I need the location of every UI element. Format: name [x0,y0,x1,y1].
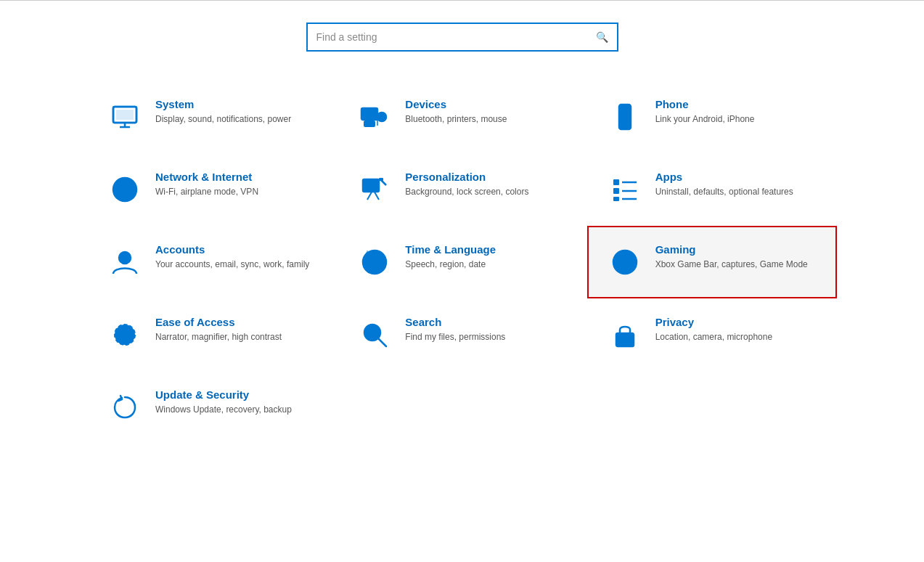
setting-item-system[interactable]: System Display, sound, notifications, po… [87,81,337,153]
personalization-icon [356,171,393,208]
svg-rect-23 [613,188,619,194]
setting-item-personalization[interactable]: Personalization Background, lock screen,… [337,153,586,226]
svg-point-21 [368,185,372,190]
svg-point-8 [380,115,383,118]
svg-rect-5 [361,108,377,120]
setting-desc-gaming: Xbox Game Bar, captures, Game Mode [655,258,818,271]
setting-item-update[interactable]: Update & Security Windows Update, recove… [87,371,337,444]
svg-point-12 [624,125,626,127]
update-icon [106,388,144,426]
search-container: 🔍 [0,1,924,81]
network-icon [106,171,144,208]
search-input[interactable] [308,24,587,50]
setting-title-network: Network & Internet [155,171,318,183]
setting-item-gaming[interactable]: Gaming Xbox Game Bar, captures, Game Mod… [587,226,837,298]
setting-item-time[interactable]: A Time & Language Speech, region, date [337,226,586,298]
setting-item-ease[interactable]: Ease of Access Narrator, magnifier, high… [87,298,337,371]
search-icon [356,316,393,354]
setting-title-ease: Ease of Access [155,316,318,328]
svg-line-42 [378,338,386,346]
setting-desc-system: Display, sound, notifications, power [155,113,318,126]
setting-title-devices: Devices [405,98,568,110]
system-icon [106,98,144,136]
phone-icon [606,98,644,136]
gaming-icon [606,243,644,281]
setting-title-apps: Apps [655,171,818,183]
setting-title-accounts: Accounts [155,243,318,256]
setting-desc-accounts: Your accounts, email, sync, work, family [155,258,318,271]
setting-desc-time: Speech, region, date [405,258,568,271]
search-icon: 🔍 [587,25,617,49]
setting-title-system: System [155,98,318,110]
setting-desc-devices: Bluetooth, printers, mouse [405,113,568,126]
svg-text:A: A [366,250,369,254]
time-icon: A [356,243,393,281]
setting-title-update: Update & Security [155,388,318,401]
setting-item-devices[interactable]: Devices Bluetooth, printers, mouse [337,81,586,153]
setting-title-search: Search [405,316,568,328]
setting-item-search[interactable]: Search Find my files, permissions [337,298,586,371]
setting-item-privacy[interactable]: Privacy Location, camera, microphone [587,298,837,371]
setting-desc-ease: Narrator, magnifier, high contrast [155,331,318,343]
devices-icon [356,98,393,136]
svg-rect-6 [364,121,375,126]
setting-item-accounts[interactable]: Accounts Your accounts, email, sync, wor… [87,226,337,298]
setting-desc-update: Windows Update, recovery, backup [155,404,318,416]
settings-grid: System Display, sound, notifications, po… [0,81,924,444]
setting-desc-personalization: Background, lock screen, colors [405,186,568,198]
svg-point-28 [119,252,131,264]
setting-title-personalization: Personalization [405,171,568,183]
svg-rect-20 [379,178,383,181]
svg-point-44 [623,338,627,342]
setting-desc-apps: Uninstall, defaults, optional features [655,186,818,198]
svg-rect-4 [116,110,134,120]
svg-rect-24 [613,197,619,201]
ease-icon [106,316,144,354]
setting-item-phone[interactable]: Phone Link your Android, iPhone [587,81,837,153]
setting-desc-privacy: Location, camera, microphone [655,331,818,343]
setting-title-phone: Phone [655,98,818,110]
apps-icon [606,171,644,208]
accounts-icon [106,243,144,281]
setting-desc-search: Find my files, permissions [405,331,568,343]
setting-item-apps[interactable]: Apps Uninstall, defaults, optional featu… [587,153,837,226]
setting-desc-network: Wi-Fi, airplane mode, VPN [155,186,318,198]
privacy-icon [606,316,644,354]
svg-point-40 [122,328,128,334]
setting-title-gaming: Gaming [655,243,818,256]
setting-title-privacy: Privacy [655,316,818,328]
setting-title-time: Time & Language [405,243,568,256]
setting-desc-phone: Link your Android, iPhone [655,113,818,126]
setting-item-network[interactable]: Network & Internet Wi-Fi, airplane mode,… [87,153,337,226]
search-box: 🔍 [306,23,618,52]
svg-rect-22 [613,179,619,185]
